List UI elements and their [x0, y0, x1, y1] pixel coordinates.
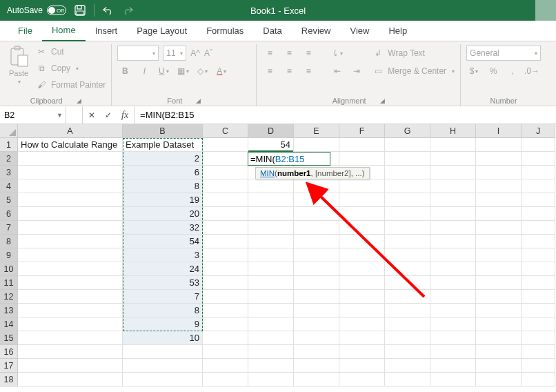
cell-F6[interactable]: [339, 207, 385, 221]
col-header-J[interactable]: J: [522, 124, 555, 138]
cell-E17[interactable]: [294, 359, 339, 373]
cell-I9[interactable]: [476, 248, 522, 262]
cell-F10[interactable]: [339, 262, 385, 276]
alignment-launcher-icon[interactable]: ◢: [380, 97, 385, 104]
cell-G18[interactable]: [385, 373, 430, 386]
cell-B10[interactable]: 24: [123, 262, 203, 276]
cell-F7[interactable]: [339, 221, 385, 235]
tab-view[interactable]: View: [340, 21, 379, 41]
cell-J6[interactable]: [522, 207, 555, 221]
cell-B7[interactable]: 32: [123, 221, 203, 235]
row-header[interactable]: 8: [0, 235, 18, 248]
cell-F15[interactable]: [339, 331, 385, 345]
row-header[interactable]: 10: [0, 262, 18, 276]
cell-B12[interactable]: 7: [123, 290, 203, 304]
cell-E10[interactable]: [294, 262, 339, 276]
col-header-A[interactable]: A: [18, 124, 123, 138]
cell-A12[interactable]: [18, 290, 123, 304]
cell-D1[interactable]: 54: [248, 138, 294, 152]
cell-H15[interactable]: [430, 331, 476, 345]
cell-G3[interactable]: [385, 166, 430, 179]
row-header[interactable]: 14: [0, 317, 18, 331]
cell-J10[interactable]: [522, 262, 555, 276]
formula-input[interactable]: =MIN(B2:B15: [135, 106, 556, 124]
align-right-icon[interactable]: ≡: [301, 66, 316, 76]
cell-D12[interactable]: [248, 290, 294, 304]
spreadsheet-grid[interactable]: ABCDEFGHIJ 1How to Calculate RangeExampl…: [0, 124, 556, 386]
tab-help[interactable]: Help: [379, 21, 417, 41]
cell-E8[interactable]: [294, 235, 339, 248]
cell-A11[interactable]: [18, 276, 123, 290]
name-box[interactable]: B2▼: [0, 106, 66, 124]
cell-I11[interactable]: [476, 276, 522, 290]
cell-J1[interactable]: [522, 138, 555, 152]
tab-review[interactable]: Review: [292, 21, 341, 41]
cell-E14[interactable]: [294, 317, 339, 331]
cell-F17[interactable]: [339, 359, 385, 373]
cell-A14[interactable]: [18, 317, 123, 331]
cell-C17[interactable]: [203, 359, 248, 373]
cell-A16[interactable]: [18, 345, 123, 359]
cell-I18[interactable]: [476, 373, 522, 386]
col-header-C[interactable]: C: [203, 124, 248, 138]
cell-C16[interactable]: [203, 345, 248, 359]
cell-C1[interactable]: [203, 138, 248, 152]
cell-H16[interactable]: [430, 345, 476, 359]
cell-B4[interactable]: 8: [123, 179, 203, 193]
cell-I16[interactable]: [476, 345, 522, 359]
cell-I6[interactable]: [476, 207, 522, 221]
cell-J7[interactable]: [522, 221, 555, 235]
cell-G15[interactable]: [385, 331, 430, 345]
number-format-select[interactable]: General▾: [466, 46, 541, 61]
paste-button[interactable]: Paste▾: [6, 44, 32, 86]
cell-D6[interactable]: [248, 207, 294, 221]
cell-C14[interactable]: [203, 317, 248, 331]
cell-B16[interactable]: [123, 345, 203, 359]
cell-B15[interactable]: 10: [123, 331, 203, 345]
cell-J5[interactable]: [522, 193, 555, 207]
tab-data[interactable]: Data: [253, 21, 291, 41]
cell-H12[interactable]: [430, 290, 476, 304]
currency-icon[interactable]: $▾: [466, 66, 481, 76]
row-header[interactable]: 11: [0, 276, 18, 290]
cell-J14[interactable]: [522, 317, 555, 331]
cell-F1[interactable]: [339, 138, 385, 152]
cell-A13[interactable]: [18, 304, 123, 317]
cell-G2[interactable]: [385, 152, 430, 166]
decrease-font-icon[interactable]: Aˇ: [204, 48, 212, 58]
tooltip-function-name[interactable]: MIN: [260, 169, 275, 177]
increase-font-icon[interactable]: A^: [190, 48, 200, 58]
cell-F14[interactable]: [339, 317, 385, 331]
cell-B14[interactable]: 9: [123, 317, 203, 331]
merge-center-button[interactable]: ▭Merge & Center▾: [373, 63, 455, 79]
cell-G16[interactable]: [385, 345, 430, 359]
cell-J4[interactable]: [522, 179, 555, 193]
cell-C5[interactable]: [203, 193, 248, 207]
cell-H4[interactable]: [430, 179, 476, 193]
cell-F13[interactable]: [339, 304, 385, 317]
cell-B13[interactable]: 8: [123, 304, 203, 317]
cell-I8[interactable]: [476, 235, 522, 248]
cell-G8[interactable]: [385, 235, 430, 248]
row-header[interactable]: 12: [0, 290, 18, 304]
row-header[interactable]: 5: [0, 193, 18, 207]
row-header[interactable]: 16: [0, 345, 18, 359]
cell-D15[interactable]: [248, 331, 294, 345]
cell-H6[interactable]: [430, 207, 476, 221]
cell-C4[interactable]: [203, 179, 248, 193]
align-bottom-icon[interactable]: ≡: [301, 48, 316, 58]
cell-C8[interactable]: [203, 235, 248, 248]
font-name-select[interactable]: ▾: [117, 46, 159, 61]
col-header-D[interactable]: D: [248, 124, 294, 138]
tab-formulas[interactable]: Formulas: [197, 21, 253, 41]
col-header-G[interactable]: G: [385, 124, 430, 138]
cell-I5[interactable]: [476, 193, 522, 207]
cell-D17[interactable]: [248, 359, 294, 373]
cell-J17[interactable]: [522, 359, 555, 373]
cell-D2[interactable]: [248, 152, 294, 166]
cell-J12[interactable]: [522, 290, 555, 304]
cell-D11[interactable]: [248, 276, 294, 290]
cell-G11[interactable]: [385, 276, 430, 290]
cell-A10[interactable]: [18, 262, 123, 276]
cell-I17[interactable]: [476, 359, 522, 373]
